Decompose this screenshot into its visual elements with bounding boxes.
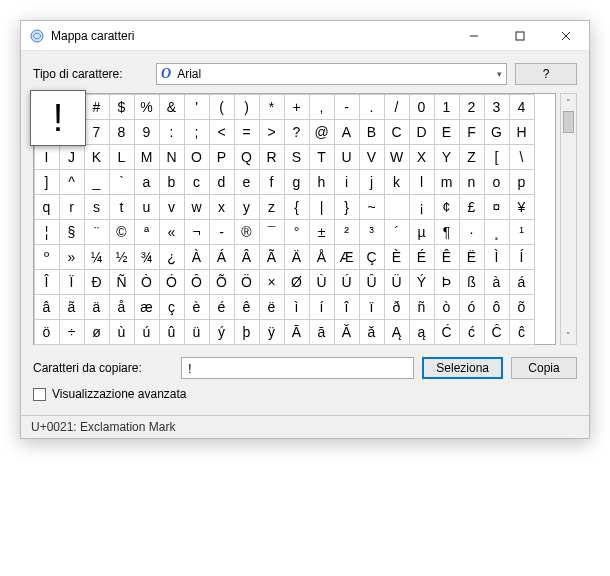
char-cell[interactable]: § <box>59 219 85 245</box>
char-cell[interactable]: Í <box>509 244 535 270</box>
char-cell[interactable]: µ <box>409 219 435 245</box>
char-cell[interactable]: q <box>34 194 60 220</box>
char-cell[interactable]: ¹ <box>509 219 535 245</box>
char-cell[interactable]: W <box>384 144 410 170</box>
char-cell[interactable]: Q <box>234 144 260 170</box>
char-cell[interactable]: Æ <box>334 244 360 270</box>
char-cell[interactable]: Þ <box>434 269 460 295</box>
char-cell[interactable] <box>384 194 410 220</box>
char-cell[interactable]: A <box>334 119 360 145</box>
char-cell[interactable]: L <box>109 144 135 170</box>
font-select[interactable]: O Arial ▾ <box>156 63 507 85</box>
minimize-button[interactable] <box>451 21 497 51</box>
char-cell[interactable]: $ <box>109 94 135 120</box>
char-cell[interactable]: × <box>259 269 285 295</box>
char-cell[interactable]: ù <box>109 319 135 345</box>
char-cell[interactable]: Á <box>209 244 235 270</box>
char-cell[interactable]: î <box>334 294 360 320</box>
char-cell[interactable]: ï <box>359 294 385 320</box>
char-cell[interactable]: ú <box>134 319 160 345</box>
char-cell[interactable]: ( <box>209 94 235 120</box>
char-cell[interactable]: ö <box>34 319 60 345</box>
char-cell[interactable]: @ <box>309 119 335 145</box>
char-cell[interactable]: Ç <box>359 244 385 270</box>
char-cell[interactable]: ñ <box>409 294 435 320</box>
char-cell[interactable]: h <box>309 169 335 195</box>
char-cell[interactable]: v <box>159 194 185 220</box>
char-cell[interactable]: Ú <box>334 269 360 295</box>
char-cell[interactable]: ® <box>234 219 260 245</box>
char-cell[interactable]: ¸ <box>484 219 510 245</box>
char-cell[interactable]: Å <box>309 244 335 270</box>
char-cell[interactable]: ć <box>459 319 485 345</box>
char-cell[interactable]: Z <box>459 144 485 170</box>
char-cell[interactable]: ¡ <box>409 194 435 220</box>
char-cell[interactable]: u <box>134 194 160 220</box>
char-cell[interactable]: · <box>459 219 485 245</box>
char-cell[interactable]: ½ <box>109 244 135 270</box>
char-cell[interactable]: þ <box>234 319 260 345</box>
scroll-down-icon[interactable]: ˅ <box>561 327 576 344</box>
char-grid[interactable]: !"#$%&'()*+,-./0123456789:;<=>?@ABCDEFGH… <box>33 93 556 345</box>
char-cell[interactable]: Ð <box>84 269 110 295</box>
char-cell[interactable]: é <box>209 294 235 320</box>
char-cell[interactable]: { <box>284 194 310 220</box>
char-cell[interactable]: R <box>259 144 285 170</box>
char-cell[interactable]: p <box>509 169 535 195</box>
char-cell[interactable]: ĉ <box>509 319 535 345</box>
char-cell[interactable]: P <box>209 144 235 170</box>
char-cell[interactable]: Y <box>434 144 460 170</box>
char-cell[interactable]: f <box>259 169 285 195</box>
char-cell[interactable]: x <box>209 194 235 220</box>
char-cell[interactable]: ^ <box>59 169 85 195</box>
char-cell[interactable]: ¢ <box>434 194 460 220</box>
char-cell[interactable]: Ô <box>184 269 210 295</box>
char-cell[interactable]: Ò <box>134 269 160 295</box>
char-cell[interactable]: â <box>34 294 60 320</box>
char-cell[interactable]: w <box>184 194 210 220</box>
char-cell[interactable]: ó <box>459 294 485 320</box>
char-cell[interactable]: # <box>84 94 110 120</box>
char-cell[interactable]: 8 <box>109 119 135 145</box>
char-cell[interactable]: Ć <box>434 319 460 345</box>
help-button[interactable]: ? <box>515 63 577 85</box>
char-cell[interactable]: Â <box>234 244 260 270</box>
char-cell[interactable]: ê <box>234 294 260 320</box>
char-cell[interactable]: C <box>384 119 410 145</box>
scroll-thumb[interactable] <box>563 111 574 133</box>
char-cell[interactable]: + <box>284 94 310 120</box>
char-cell[interactable]: e <box>234 169 260 195</box>
char-cell[interactable]: o <box>484 169 510 195</box>
char-cell[interactable]: s <box>84 194 110 220</box>
char-cell[interactable]: n <box>459 169 485 195</box>
copy-button[interactable]: Copia <box>511 357 577 379</box>
char-cell[interactable]: 3 <box>484 94 510 120</box>
char-cell[interactable]: ¾ <box>134 244 160 270</box>
char-cell[interactable]: ă <box>359 319 385 345</box>
char-cell[interactable]: * <box>259 94 285 120</box>
char-cell[interactable]: ô <box>484 294 510 320</box>
char-cell[interactable]: À <box>184 244 210 270</box>
char-cell[interactable]: Ü <box>384 269 410 295</box>
char-cell[interactable]: ´ <box>384 219 410 245</box>
char-cell[interactable]: _ <box>84 169 110 195</box>
char-cell[interactable]: Ê <box>434 244 460 270</box>
char-cell[interactable]: 1 <box>434 94 460 120</box>
char-cell[interactable]: & <box>159 94 185 120</box>
scroll-up-icon[interactable]: ˄ <box>561 94 576 111</box>
char-cell[interactable]: Ā <box>284 319 310 345</box>
char-cell[interactable]: Ý <box>409 269 435 295</box>
char-cell[interactable]: Ã <box>259 244 285 270</box>
char-cell[interactable]: ¨ <box>84 219 110 245</box>
char-cell[interactable]: > <box>259 119 285 145</box>
char-cell[interactable]: ã <box>59 294 85 320</box>
char-cell[interactable]: N <box>159 144 185 170</box>
char-cell[interactable]: V <box>359 144 385 170</box>
char-cell[interactable]: g <box>284 169 310 195</box>
char-cell[interactable]: z <box>259 194 285 220</box>
vertical-scrollbar[interactable]: ˄ ˅ <box>560 93 577 345</box>
char-cell[interactable]: à <box>484 269 510 295</box>
char-cell[interactable]: H <box>509 119 535 145</box>
char-cell[interactable]: K <box>84 144 110 170</box>
char-cell[interactable]: ¯ <box>259 219 285 245</box>
